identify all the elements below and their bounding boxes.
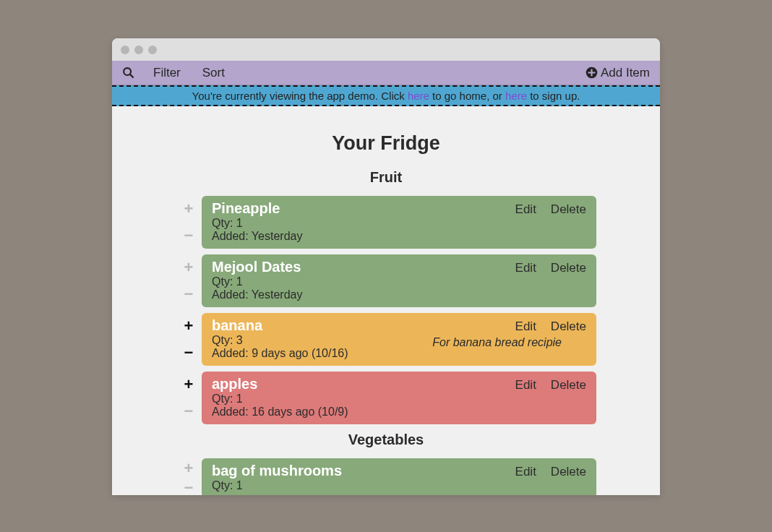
notice-text: to sign up. <box>527 90 580 102</box>
plus-icon: + <box>184 460 194 476</box>
demo-notice: You're currently viewing the app demo. C… <box>112 85 660 106</box>
minus-icon: − <box>184 480 194 495</box>
item-row: +−bananaEditDeleteQty: 3Added: 9 days ag… <box>176 313 596 366</box>
item-row: +−applesEditDeleteQty: 1Added: 16 days a… <box>176 372 596 424</box>
svg-rect-4 <box>588 72 595 73</box>
item-actions: EditDelete <box>515 261 586 275</box>
item-card[interactable]: bag of mushroomsEditDeleteQty: 1 <box>202 458 596 495</box>
plus-icon: + <box>184 259 194 275</box>
minus-icon: − <box>184 228 194 244</box>
delete-button[interactable]: Delete <box>551 261 586 275</box>
edit-button[interactable]: Edit <box>515 261 536 275</box>
qty-controls: +− <box>176 196 202 249</box>
item-name: apples <box>212 376 257 392</box>
qty-controls: +− <box>176 313 202 366</box>
item-card[interactable]: Mejool DatesEditDeleteQty: 1Added: Yeste… <box>202 254 596 307</box>
item-actions: EditDelete <box>515 319 586 334</box>
window-dot <box>121 46 129 54</box>
item-row: +−bag of mushroomsEditDeleteQty: 1 <box>176 458 596 495</box>
app-window: Filter Sort Add Item You're currently vi… <box>112 38 660 495</box>
window-titlebar <box>112 38 660 61</box>
item-card[interactable]: applesEditDeleteQty: 1Added: 16 days ago… <box>202 372 596 424</box>
window-dot <box>148 46 157 54</box>
edit-button[interactable]: Edit <box>515 319 536 334</box>
toolbar: Filter Sort Add Item <box>112 61 660 85</box>
plus-circle-icon <box>586 66 598 79</box>
item-qty: Qty: 1 <box>212 217 586 230</box>
item-name: bag of mushrooms <box>212 463 342 479</box>
delete-button[interactable]: Delete <box>551 202 586 217</box>
svg-line-1 <box>130 74 134 78</box>
filter-button[interactable]: Filter <box>153 66 181 80</box>
item-name: Pineapple <box>212 200 280 217</box>
delete-button[interactable]: Delete <box>551 378 586 392</box>
delete-button[interactable]: Delete <box>551 319 586 334</box>
add-item-label: Add Item <box>601 66 650 80</box>
qty-controls: +− <box>176 458 202 495</box>
edit-button[interactable]: Edit <box>515 202 536 217</box>
item-actions: EditDelete <box>515 378 586 392</box>
item-card[interactable]: bananaEditDeleteQty: 3Added: 9 days ago … <box>202 313 596 366</box>
content-area: Your Fridge Fruit+−PineappleEditDeleteQt… <box>112 106 660 495</box>
window-dot <box>134 46 143 54</box>
delete-button[interactable]: Delete <box>551 465 586 479</box>
item-added: Added: Yesterday <box>212 288 586 301</box>
search-icon[interactable] <box>122 66 134 79</box>
plus-icon[interactable]: + <box>184 377 194 392</box>
category-title: Fruit <box>112 169 660 186</box>
minus-icon[interactable]: − <box>184 345 194 361</box>
item-name: banana <box>212 317 262 334</box>
notice-home-link[interactable]: here <box>408 90 429 102</box>
plus-icon[interactable]: + <box>184 318 194 334</box>
notice-signup-link[interactable]: here <box>505 90 527 102</box>
item-card[interactable]: PineappleEditDeleteQty: 1Added: Yesterda… <box>202 196 596 249</box>
item-qty: Qty: 1 <box>212 392 586 406</box>
svg-point-0 <box>124 68 131 75</box>
notice-text: to go home, or <box>429 90 505 102</box>
item-qty: Qty: 1 <box>212 275 586 288</box>
item-actions: EditDelete <box>515 465 586 479</box>
item-row: +−PineappleEditDeleteQty: 1Added: Yester… <box>176 196 596 249</box>
page-title: Your Fridge <box>112 132 660 155</box>
item-added: Added: Yesterday <box>212 230 586 243</box>
item-actions: EditDelete <box>515 202 586 217</box>
item-added: Added: 16 days ago (10/9) <box>212 406 586 419</box>
item-note: For banana bread recipie <box>432 336 562 349</box>
minus-icon: − <box>184 403 194 419</box>
item-qty: Qty: 1 <box>212 479 586 492</box>
plus-icon: + <box>184 201 194 217</box>
add-item-button[interactable]: Add Item <box>586 66 650 80</box>
qty-controls: +− <box>176 254 202 307</box>
minus-icon: − <box>184 286 194 302</box>
edit-button[interactable]: Edit <box>515 465 536 479</box>
qty-controls: +− <box>176 372 202 424</box>
item-row: +−Mejool DatesEditDeleteQty: 1Added: Yes… <box>176 254 596 307</box>
edit-button[interactable]: Edit <box>515 378 536 392</box>
item-name: Mejool Dates <box>212 259 301 275</box>
category-title: Vegetables <box>112 432 660 448</box>
notice-text: You're currently viewing the app demo. C… <box>192 90 408 102</box>
sort-button[interactable]: Sort <box>202 66 225 80</box>
